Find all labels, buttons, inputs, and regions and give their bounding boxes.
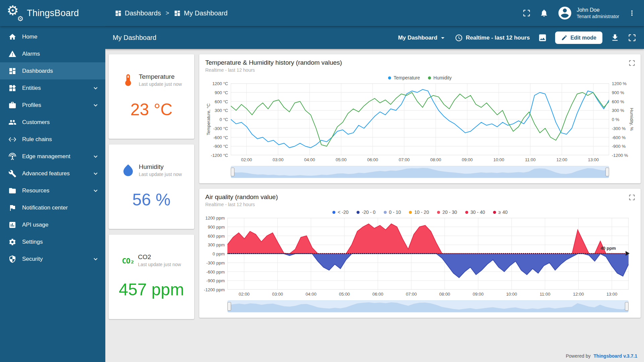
y-tick-label: 300 % xyxy=(612,108,624,113)
sidebar-item-label: Entities xyxy=(22,85,92,92)
legend-dot xyxy=(332,211,335,214)
x-tick-label: 12:00 xyxy=(556,157,568,162)
x-tick-label: 03:00 xyxy=(272,292,283,297)
x-tick-label: 02:00 xyxy=(239,292,250,297)
gear-glyph-small: ⚙ xyxy=(17,15,23,22)
security-icon xyxy=(8,255,16,263)
minimap-handle-right[interactable] xyxy=(605,168,609,176)
threshold-value-label: 40 ppm xyxy=(600,246,616,251)
minimap-handle-left[interactable] xyxy=(231,168,234,176)
y-tick-label: -600 °C xyxy=(213,135,228,140)
sidebar-item-label: Resources xyxy=(22,187,92,194)
legend-item[interactable]: Humidity xyxy=(428,75,451,80)
breadcrumb-dashboards[interactable]: Dashboards xyxy=(115,9,161,17)
legend-item[interactable]: 10 - 20 xyxy=(409,209,429,215)
x-tick-label: 09:00 xyxy=(473,292,484,297)
legend-item[interactable]: < -20 xyxy=(332,209,348,215)
dashboard-toolbar: My Dashboard My Dashboard Realtime - las… xyxy=(105,26,644,49)
y-tick-label: 0 % xyxy=(612,117,619,122)
legend-label: 30 - 40 xyxy=(471,209,485,215)
thingsboard-app: ⚙ ⚙ ThingsBoard Dashboards > My Dashboar… xyxy=(0,0,644,362)
image-export-icon[interactable] xyxy=(538,33,547,42)
sidebar-item-security[interactable]: Security xyxy=(0,250,105,267)
sidebar-item-profiles[interactable]: Profiles xyxy=(0,97,105,114)
sidebar-item-label: Security xyxy=(22,256,92,262)
chart-header: Temperature & Humidity history (random v… xyxy=(205,59,635,73)
sidebar: HomeAlarmsDashboardsEntitiesProfilesCust… xyxy=(0,26,105,362)
notification-icon xyxy=(8,204,16,212)
y-tick-label: 600 ppm xyxy=(208,233,225,238)
dashboards-icon xyxy=(115,10,122,17)
timewindow-button[interactable]: Realtime - last 12 hours xyxy=(455,34,530,42)
sidebar-item-rule-chains[interactable]: Rule chains xyxy=(0,131,105,148)
minimap-scrollbar[interactable] xyxy=(227,300,629,312)
legend-item[interactable]: 20 - 30 xyxy=(437,209,457,215)
legend-dot xyxy=(493,211,496,214)
brand-name: ThingsBoard xyxy=(27,8,79,18)
dashboard-page-title: My Dashboard xyxy=(113,34,156,42)
sidebar-item-api-usage[interactable]: API usage xyxy=(0,216,105,233)
breadcrumb: Dashboards > My Dashboard xyxy=(115,9,227,17)
brand-logo[interactable]: ⚙ ⚙ ThingsBoard xyxy=(0,4,105,22)
sidebar-item-dashboards[interactable]: Dashboards xyxy=(0,62,105,79)
legend-item[interactable]: ≥ 40 xyxy=(493,209,507,215)
y-axis-left: 1200 ppm900 ppm600 ppm300 ppm0 ppm-300 p… xyxy=(205,218,227,290)
toolbar-fullscreen-icon[interactable] xyxy=(628,33,637,42)
minimap-scrollbar[interactable] xyxy=(231,166,609,178)
card-title: CO2 xyxy=(138,253,181,261)
chevron-down-icon xyxy=(92,102,99,109)
footer: Powered by Thingsboard v.3.7.1 xyxy=(566,353,637,359)
air-quality-chart-widget: Air quality (random value) Realtime - la… xyxy=(199,189,641,318)
card-subtitle: Last update just now xyxy=(138,262,181,267)
temperature-icon xyxy=(121,73,135,87)
legend-item[interactable]: Temperature xyxy=(388,75,420,80)
legend-label: -20 - 0 xyxy=(362,209,375,215)
y-tick-label: 300 ppm xyxy=(208,242,225,247)
footer-text: Powered by xyxy=(566,353,591,359)
sidebar-item-customers[interactable]: Customers xyxy=(0,114,105,131)
sidebar-item-resources[interactable]: Resources xyxy=(0,182,105,199)
fullscreen-icon[interactable] xyxy=(522,9,531,17)
x-axis: 02:0003:0004:0005:0006:0007:0008:0009:00… xyxy=(227,290,629,298)
sidebar-item-label: Rule chains xyxy=(22,136,99,143)
card-header-text: CO2Last update just now xyxy=(138,253,181,267)
legend-label: < -20 xyxy=(338,209,348,215)
legend-item[interactable]: 30 - 40 xyxy=(465,209,485,215)
minimap-handle-left[interactable] xyxy=(227,302,231,311)
more-menu-icon[interactable] xyxy=(628,9,636,17)
chart-legend: TemperatureHumidity xyxy=(205,73,635,82)
expand-widget-icon[interactable] xyxy=(628,194,636,201)
legend-item[interactable]: 0 - 10 xyxy=(384,209,401,215)
user-name: John Doe xyxy=(577,7,619,13)
breadcrumb-my-dashboard[interactable]: My Dashboard xyxy=(174,9,227,17)
download-icon[interactable] xyxy=(610,33,620,42)
sidebar-item-home[interactable]: Home xyxy=(0,28,105,45)
sidebar-item-alarms[interactable]: Alarms xyxy=(0,45,105,62)
dashboard-icon xyxy=(8,67,16,75)
sidebar-item-settings[interactable]: Settings xyxy=(0,233,105,250)
legend-label: 10 - 20 xyxy=(414,209,429,215)
legend-dot xyxy=(465,211,468,214)
notifications-bell-icon[interactable] xyxy=(540,9,548,17)
legend-item[interactable]: -20 - 0 xyxy=(357,209,375,215)
sidebar-item-label: Advanced features xyxy=(22,170,92,177)
chart-body: Temperature, °C 1200 °C900 °C600 °C300 °… xyxy=(205,83,635,155)
chart-body: 1200 ppm900 ppm600 ppm300 ppm0 ppm-300 p… xyxy=(205,218,635,290)
breadcrumb-label: Dashboards xyxy=(125,9,161,17)
widget-temperature-card: TemperatureLast update just now23 °C xyxy=(109,54,194,139)
sidebar-item-entities[interactable]: Entities xyxy=(0,79,105,97)
footer-version-link[interactable]: Thingsboard v.3.7.1 xyxy=(594,353,637,359)
sidebar-item-notification-center[interactable]: Notification center xyxy=(0,199,105,216)
user-menu[interactable]: John Doe Tenant administrator xyxy=(557,5,619,21)
sidebar-item-edge-management[interactable]: Edge management xyxy=(0,148,105,165)
minimap-handle-right[interactable] xyxy=(625,302,629,311)
plot-area[interactable]: 40 ppm xyxy=(227,218,629,290)
edit-mode-button[interactable]: Edit mode xyxy=(555,32,602,44)
y-axis-right: 1200 %900 %600 %300 %0 %-300 %-600 %-900… xyxy=(609,83,629,155)
y-tick-label: 600 °C xyxy=(215,99,228,104)
plot-area[interactable] xyxy=(231,83,609,155)
y-tick-label: -600 ppm xyxy=(206,269,225,274)
expand-widget-icon[interactable] xyxy=(628,59,636,67)
dashboard-state-select[interactable]: My Dashboard xyxy=(398,34,447,42)
sidebar-item-advanced-features[interactable]: Advanced features xyxy=(0,165,105,182)
